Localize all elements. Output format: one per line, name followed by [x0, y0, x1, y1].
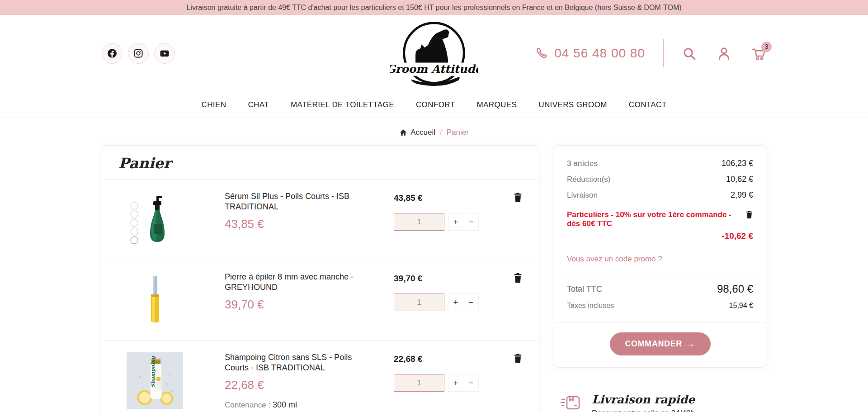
nav-item-marques[interactable]: MARQUES — [476, 100, 517, 109]
quantity-decrease-button[interactable]: − — [463, 294, 478, 311]
breadcrumb-home-link[interactable]: Accueil — [399, 128, 435, 137]
cart-item-row: Pierre à épiler 8 mm avec manche - GREYH… — [102, 260, 539, 340]
feature-text: Recevez votre colis en 24/48h — [592, 409, 695, 412]
shampoo-bottle-image: Shampoing — [127, 352, 183, 409]
trash-icon — [745, 210, 753, 219]
total-label: Total TTC — [567, 284, 602, 294]
phone-icon — [535, 47, 549, 60]
feature-title: Livraison rapide — [592, 393, 695, 406]
serum-bottle-image — [127, 191, 183, 248]
checkout-label: COMMANDER — [625, 339, 682, 349]
quantity-input[interactable] — [394, 374, 444, 392]
summary-divider — [554, 322, 766, 322]
cart-title: Panier — [118, 155, 523, 172]
summary-shipping-value: 2,99 € — [731, 190, 753, 200]
promo-label: Particuliers - 10% sur votre 1ère comman… — [567, 210, 742, 228]
nav-item-contact[interactable]: CONTACT — [629, 100, 667, 109]
quantity-increase-button[interactable]: + — [448, 294, 463, 311]
summary-shipping-label: Livraison — [567, 191, 598, 200]
promo-value: -10,62 € — [567, 231, 753, 241]
feature-fast-shipping: Livraison rapide Recevez votre colis en … — [560, 393, 766, 412]
promo-discount-block: Particuliers - 10% sur votre 1ère comman… — [567, 210, 753, 241]
quantity-decrease-button[interactable]: − — [463, 213, 478, 230]
site-header: Groom Attitude 04 56 48 00 80 — [0, 15, 868, 92]
nav-item-confort[interactable]: CONFORT — [416, 100, 455, 109]
account-button[interactable] — [717, 46, 731, 61]
search-button[interactable] — [682, 46, 697, 61]
remove-item-button[interactable] — [505, 272, 523, 283]
main-navigation: CHIEN CHAT MATÉRIEL DE TOILETTAGE CONFOR… — [0, 92, 868, 118]
quantity-increase-button[interactable]: + — [448, 213, 463, 230]
home-icon — [399, 128, 407, 137]
trash-icon — [513, 353, 523, 364]
taxes-label: Taxes incluses — [567, 302, 614, 310]
checkout-button[interactable]: COMMANDER → — [610, 332, 711, 355]
breadcrumb: Accueil / Panier — [0, 128, 868, 137]
search-icon — [682, 46, 697, 61]
total-value: 98,60 € — [717, 283, 753, 295]
quantity-input[interactable] — [394, 294, 444, 311]
product-attribute: Contenance : 300 ml — [225, 400, 380, 410]
attribute-value: 300 ml — [273, 400, 297, 409]
cart-count-badge: 3 — [761, 42, 772, 52]
quantity-input[interactable] — [394, 213, 444, 231]
quantity-decrease-button[interactable]: − — [463, 374, 478, 391]
banner-text: Livraison gratuite à partir de 49€ TTC d… — [186, 4, 681, 12]
cart-summary-panel: 3 articles 106,23 € Réduction(s) 10,62 €… — [554, 145, 766, 368]
nav-item-univers-groom[interactable]: UNIVERS GROOM — [538, 100, 607, 109]
breadcrumb-home-label: Accueil — [410, 128, 435, 137]
instagram-button[interactable] — [128, 43, 149, 64]
arrow-right-icon: → — [687, 339, 695, 349]
product-image-shampoing[interactable]: Shampoing — [118, 352, 191, 409]
product-line-price: 43,85 € — [394, 193, 500, 203]
phone-link[interactable]: 04 56 48 00 80 — [535, 46, 645, 61]
stripping-stone-image — [127, 272, 183, 328]
facebook-button[interactable] — [102, 43, 123, 64]
user-icon — [717, 46, 731, 61]
nav-item-materiel-de-toilettage[interactable]: MATÉRIEL DE TOILETTAGE — [291, 100, 394, 109]
product-unit-price: 39,70 € — [225, 298, 380, 312]
product-name[interactable]: Sérum Sil Plus - Poils Courts - ISB TRAD… — [225, 191, 360, 212]
instagram-icon — [133, 48, 144, 59]
logo-wordmark: Groom Attitude — [390, 62, 478, 76]
summary-divider — [554, 273, 766, 273]
product-unit-price: 43,85 € — [225, 217, 380, 231]
nav-item-chien[interactable]: CHIEN — [201, 100, 226, 109]
trash-icon — [513, 273, 523, 283]
summary-reduction-value: 10,62 € — [726, 175, 753, 184]
package-icon — [560, 393, 582, 412]
phone-number: 04 56 48 00 80 — [554, 46, 645, 61]
summary-articles-label: 3 articles — [567, 159, 598, 168]
cart-item-row: Sérum Sil Plus - Poils Courts - ISB TRAD… — [102, 180, 539, 260]
remove-item-button[interactable] — [505, 191, 523, 203]
cart-button[interactable]: 3 — [751, 46, 766, 61]
facebook-icon — [107, 48, 118, 59]
svg-text:Shampoing: Shampoing — [150, 355, 156, 388]
logo-graphic: Groom Attitude — [390, 19, 478, 89]
nav-item-chat[interactable]: CHAT — [248, 100, 269, 109]
quantity-increase-button[interactable]: + — [448, 374, 463, 391]
summary-reduction-label: Réduction(s) — [567, 175, 610, 184]
header-divider — [663, 39, 664, 67]
cart-item-row: Shampoing Shampoing Citron sans SLS - Po… — [102, 340, 539, 412]
remove-item-button[interactable] — [505, 352, 523, 364]
product-line-price: 22,68 € — [394, 354, 500, 364]
product-name[interactable]: Pierre à épiler 8 mm avec manche - GREYH… — [225, 272, 360, 292]
free-shipping-banner: Livraison gratuite à partir de 49€ TTC d… — [0, 0, 868, 15]
promo-code-link[interactable]: Vous avez un code promo ? — [567, 255, 753, 264]
attribute-label: Contenance : — [225, 401, 270, 409]
breadcrumb-current: Panier — [447, 128, 469, 137]
product-unit-price: 22,68 € — [225, 378, 380, 392]
social-links — [102, 43, 175, 64]
product-line-price: 39,70 € — [394, 274, 500, 284]
taxes-value: 15,94 € — [729, 302, 753, 310]
breadcrumb-separator: / — [440, 128, 442, 137]
cart-panel: Panier — [102, 145, 539, 412]
product-name[interactable]: Shampoing Citron sans SLS - Poils Courts… — [225, 352, 360, 373]
product-image-serum[interactable] — [118, 191, 191, 248]
groom-attitude-logo[interactable]: Groom Attitude — [390, 19, 478, 86]
youtube-button[interactable] — [154, 43, 175, 64]
product-image-pierre[interactable] — [118, 272, 191, 328]
summary-articles-value: 106,23 € — [722, 159, 753, 168]
remove-promo-button[interactable] — [745, 210, 753, 221]
